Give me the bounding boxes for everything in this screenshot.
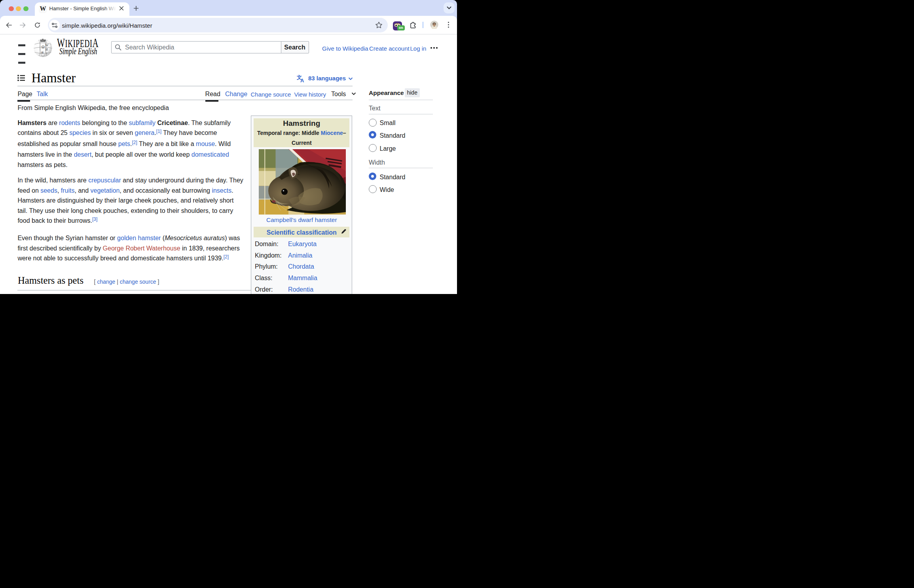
svg-text:A: A <box>300 78 304 82</box>
svg-text:7: 7 <box>46 52 47 55</box>
svg-text:W: W <box>45 43 49 47</box>
svg-text:ウ: ウ <box>44 39 46 42</box>
svg-text:И: И <box>46 48 48 51</box>
svg-text:Ω: Ω <box>42 45 44 49</box>
svg-text:維: 維 <box>41 51 44 54</box>
